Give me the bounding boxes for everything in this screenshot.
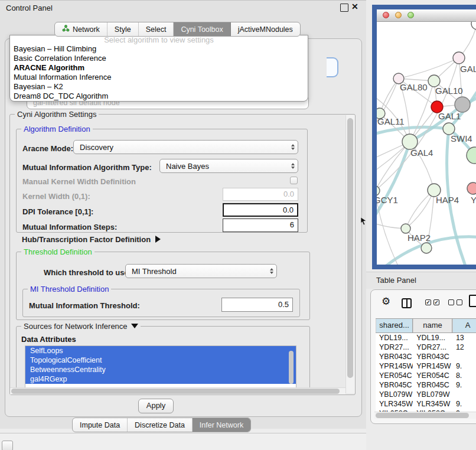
collapse-down-icon[interactable] (131, 324, 138, 328)
table-body: YDL19...YDL19...13YDR27...YDR27...12YBR0… (376, 333, 476, 412)
table-cell: YDR27... (413, 343, 452, 352)
mi-threshold-label: Mutual Information Threshold: (29, 301, 140, 310)
aracne-mode-select[interactable]: Discovery (73, 140, 298, 154)
collapsed-panel-button[interactable] (2, 441, 13, 450)
node-gray[interactable] (455, 97, 470, 112)
mi-threshold-field[interactable]: 0.5 (221, 298, 293, 312)
node-label-pinkright: Y (471, 195, 476, 205)
document-icon[interactable] (469, 295, 476, 307)
table-cell: YER054C (413, 371, 452, 380)
algorithm-definition-group: Algorithm Definition Aracne Mode: Discov… (16, 129, 308, 233)
zoom-traffic-light-icon[interactable] (407, 12, 414, 18)
hub-definition-toggle[interactable]: Hub/Transcription Factor Definition (22, 235, 161, 244)
node-swi4[interactable] (443, 123, 455, 135)
table-row[interactable]: YDR27...YDR27...12 (376, 343, 476, 352)
node-gal10[interactable] (428, 75, 440, 87)
node-hap2[interactable] (401, 224, 410, 233)
network-edge (406, 190, 434, 229)
table-cell: YBR045C (413, 380, 452, 390)
kernel-width-field[interactable]: 0.0 (223, 188, 298, 201)
mi-type-select[interactable]: Naive Bayes (159, 159, 298, 173)
tab-label: jActiveMNodules (238, 25, 293, 34)
close-icon[interactable]: ✕ (351, 2, 358, 9)
table-row[interactable]: YBR045CYBR045C9. (376, 380, 476, 390)
algorithm-option-bayesian-k2[interactable]: Bayesian – K2 (10, 82, 308, 92)
tab-network[interactable]: Network (55, 22, 107, 36)
split-columns-icon[interactable] (402, 298, 412, 308)
column-header-name[interactable]: name (413, 319, 452, 332)
checked-checkbox-icon[interactable]: ✓ (425, 299, 431, 305)
settings-vertical-scrollbar[interactable] (345, 115, 355, 393)
dpi-tolerance-field[interactable]: 0.0 (223, 203, 298, 217)
table-row[interactable]: YDL19...YDL19...13 (376, 333, 476, 343)
tab-style[interactable]: Style (107, 22, 139, 36)
table-cell: YBL079W (376, 390, 413, 399)
mi-threshold-legend: MI Threshold Definition (28, 285, 111, 294)
table-row[interactable]: YLR345WYLR345W9. (376, 399, 476, 409)
attributes-scrollbar-thumb[interactable] (289, 351, 294, 384)
table-cell (452, 390, 476, 399)
sources-legend[interactable]: Sources for Network Inference (21, 322, 141, 331)
algorithm-option-dream8-dc-tdc-algorithm[interactable]: Dream8 DC_TDC Algorithm (10, 92, 308, 101)
table-panel-header: Table Panel (366, 272, 476, 289)
settings-hscroll-thumb[interactable] (11, 389, 340, 394)
table-row[interactable]: YBL079WYBL079W (376, 390, 476, 399)
algorithm-option-mutual-information-inference[interactable]: Mutual Information Inference (10, 73, 308, 82)
tab-jactivemnodules[interactable]: jActiveMNodules (231, 22, 300, 36)
table-hscroll-thumb[interactable] (376, 413, 469, 418)
settings-horizontal-scrollbar[interactable] (10, 387, 345, 394)
data-attributes-list[interactable]: SelfLoopsTopologicalCoefficientBetweenne… (25, 345, 296, 389)
table-row[interactable]: YBR043CYBR043C (376, 352, 476, 361)
sources-legend-label: Sources for Network Inference (24, 322, 128, 331)
attribute-option-selfloops[interactable]: SelfLoops (25, 346, 296, 356)
table-row[interactable]: YER054CYER054C8. (376, 371, 476, 380)
node-bgreen2[interactable] (421, 243, 432, 253)
table-row[interactable]: YPR145WYPR145W9. (376, 361, 476, 371)
node-biggreen[interactable] (467, 147, 476, 164)
minimize-traffic-light-icon[interactable] (395, 12, 402, 18)
gear-icon[interactable]: ⚙ (382, 295, 390, 308)
which-threshold-select[interactable]: MI Threshold (125, 264, 277, 278)
node-galtop[interactable] (453, 52, 465, 64)
algorithm-option-bayesian-hill-climbing[interactable]: Bayesian – Hill Climbing (10, 44, 308, 54)
bottom-tab-impute-data[interactable]: Impute Data (73, 418, 128, 432)
unchecked-checkbox-icon[interactable] (448, 299, 454, 305)
stepper-arrows-icon (288, 144, 298, 150)
stepper-arrows-icon (288, 163, 298, 169)
float-window-icon[interactable] (340, 4, 348, 12)
manual-kernel-checkbox[interactable] (290, 177, 298, 184)
close-traffic-light-icon[interactable] (383, 12, 389, 18)
apply-button[interactable]: Apply (138, 399, 174, 413)
column-header-shared-[interactable]: shared... (376, 319, 413, 332)
attribute-option-gal4rgexp[interactable]: gal4RGexp (25, 374, 296, 384)
tab-select[interactable]: Select (139, 22, 174, 36)
network-canvas[interactable]: GALGAL80GAL10GAL1GAL11SWI4GAL4GCY1HAP4YH… (377, 21, 476, 265)
attribute-option-betweennesscentrality[interactable]: BetweennessCentrality (25, 365, 296, 374)
table-cell: 8. (452, 371, 476, 380)
node-top[interactable] (471, 21, 476, 30)
algorithm-option-aracne-algorithm[interactable]: ARACNE Algorithm (10, 63, 308, 73)
node-table: shared...nameA YDL19...YDL19...13YDR27..… (376, 318, 476, 412)
table-cell: YLR345W (376, 399, 413, 409)
attribute-option-topologicalcoefficient[interactable]: TopologicalCoefficient (25, 356, 296, 365)
table-horizontal-scrollbar[interactable] (374, 412, 476, 419)
kernel-width-label: Kernel Width (0,1): (22, 192, 90, 201)
threshold-definition-legend: Threshold Definition (21, 247, 94, 256)
node-pinkright[interactable] (467, 182, 476, 194)
settings-vscroll-thumb[interactable] (347, 118, 353, 378)
mi-type-label: Mutual Information Algorithm Type: (22, 163, 152, 172)
column-header-a[interactable]: A (452, 319, 476, 332)
mi-steps-field[interactable]: 6 (223, 219, 298, 232)
algorithm-option-basic-correlation-inference[interactable]: Basic Correlation Inference (10, 54, 308, 63)
checked-checkbox-icon[interactable]: ✓ (433, 299, 439, 305)
tab-label: Infer Network (200, 421, 243, 429)
table-cell: YPR145W (376, 361, 413, 371)
unchecked-checkbox-icon[interactable] (457, 299, 462, 305)
node-label-gal1: GAL1 (438, 111, 461, 121)
bottom-tab-infer-network[interactable]: Infer Network (193, 418, 250, 432)
bottom-tab-discretize-data[interactable]: Discretize Data (128, 418, 193, 432)
expand-right-icon[interactable] (155, 236, 161, 243)
mi-steps-label: Mutual Information Steps: (22, 223, 117, 231)
table-cell: YLR345W (413, 399, 452, 409)
tab-cyni-toolbox[interactable]: Cyni Toolbox (174, 22, 230, 36)
